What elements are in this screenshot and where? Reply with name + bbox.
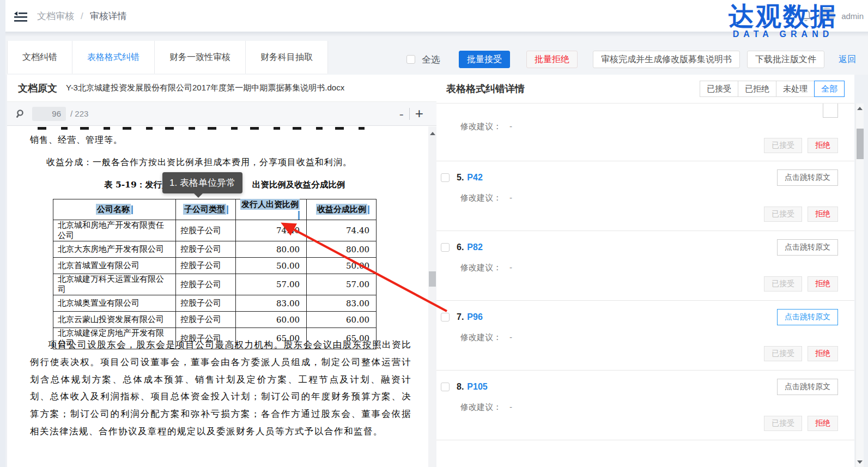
item-page-ref: P42 <box>467 173 482 183</box>
panel-scrollbar[interactable] <box>855 104 864 467</box>
document-page: 销售、经营、管理等。 收益分成：一般各合作方按出资比例承担成本费用，分享项目收益… <box>7 126 436 466</box>
table-header-row: 公司名称 子公司类型 发行人出资比例 收益分成比例 <box>53 199 377 220</box>
scroll-up-icon[interactable] <box>430 132 435 135</box>
suggestion-row: 修改建议：- <box>460 263 838 273</box>
filter-all[interactable]: 全部 <box>814 81 845 97</box>
filter-accepted[interactable]: 已接受 <box>700 81 738 97</box>
user-avatar[interactable] <box>818 8 835 24</box>
accepted-button[interactable]: 已接受 <box>764 138 802 153</box>
doc-paragraph: 销售、经营、管理等。 <box>30 135 123 146</box>
notification-bell-icon[interactable] <box>800 9 812 22</box>
review-list: 修改建议：- 已接受 拒绝 5. P42 点击跳转原文 修改建议：- 已接受 拒… <box>436 104 854 467</box>
list-item-partial <box>436 440 854 467</box>
suggestion-row: 修改建议：- <box>460 402 838 413</box>
item-checkbox[interactable] <box>441 173 450 182</box>
finish-generate-button[interactable]: 审核完成并生成修改版募集说明书 <box>593 51 740 68</box>
cursor-mark-icon <box>131 205 133 214</box>
cursor-mark-icon <box>298 211 300 220</box>
doc-scrollbar-thumb[interactable] <box>429 271 436 287</box>
doc-filename: Y-3北京城建投资发展股份有限公司2017年度第一期中期票据募集说明书.docx <box>66 83 344 93</box>
list-item-partial: 修改建议：- 已接受 拒绝 <box>436 111 854 161</box>
table-row: 北京首城置业有限公司控股子公司 50.0050.00 <box>53 258 377 274</box>
subsidiary-table: 公司名称 子公司类型 发行人出资比例 收益分成比例 北京城和房地产开发有限责任公… <box>53 199 377 349</box>
reject-button[interactable]: 拒绝 <box>808 207 838 222</box>
jump-to-source-button-active[interactable]: 点击跳转原文 <box>777 309 838 325</box>
jump-to-source-button[interactable]: 点击跳转原文 <box>777 239 838 256</box>
item-page-ref: P82 <box>467 242 482 252</box>
accepted-button[interactable]: 已接受 <box>764 276 802 292</box>
item-index: 5. <box>457 173 464 183</box>
clipped-text-line <box>38 127 365 130</box>
jump-to-source-button[interactable] <box>823 104 838 118</box>
panel-scrollbar-thumb[interactable] <box>857 129 864 159</box>
document-panel: 文档原文 Y-3北京城建投资发展股份有限公司2017年度第一期中期票据募集说明书… <box>7 75 436 467</box>
item-index: 8. <box>457 382 464 392</box>
suggestion-row: 修改建议：- <box>460 193 838 203</box>
list-item: 6. P82 点击跳转原文 修改建议：- 已接受 拒绝 <box>436 231 854 301</box>
filter-rejected[interactable]: 已拒绝 <box>738 81 776 97</box>
zoom-out-button[interactable]: - <box>394 106 409 122</box>
accepted-button[interactable]: 已接受 <box>764 416 802 431</box>
tab-document-correction[interactable]: 文档纠错 <box>7 41 72 74</box>
collapse-menu-icon[interactable] <box>12 9 28 23</box>
item-page-ref: P105 <box>467 382 487 392</box>
download-annotated-button[interactable]: 下载批注版文件 <box>747 51 824 68</box>
table-row: 北京大东房地产开发有限公司控股子公司 80.0080.00 <box>53 241 377 258</box>
back-button[interactable]: 返回 <box>831 51 864 68</box>
tab-financial-subject-extraction[interactable]: 财务科目抽取 <box>246 41 328 74</box>
doc-panel-title: 文档原文 <box>18 82 57 95</box>
select-all-checkbox[interactable] <box>406 55 415 64</box>
table-row: 北京城奥置业有限公司控股子公司 83.0083.00 <box>53 295 377 312</box>
jump-to-source-button[interactable]: 点击跳转原文 <box>777 379 838 395</box>
table-row: 北京云蒙山投资发展有限公司控股子公司 60.0060.00 <box>53 312 377 328</box>
item-index: 7. <box>457 312 464 322</box>
username[interactable]: admin <box>841 11 864 21</box>
breadcrumb-current: 审核详情 <box>90 11 127 21</box>
suggestion-row: 修改建议：- <box>460 332 838 343</box>
reject-button[interactable]: 拒绝 <box>808 346 838 361</box>
breadcrumb-root[interactable]: 文档审核 <box>37 11 74 21</box>
cursor-mark-icon <box>227 205 228 214</box>
breadcrumb: 文档审核/审核详情 <box>37 10 127 22</box>
reject-button[interactable]: 拒绝 <box>808 416 838 431</box>
select-all-label: 全选 <box>422 53 440 66</box>
header-shadow <box>5 32 868 37</box>
breadcrumb-separator: / <box>81 11 83 21</box>
page-number-input[interactable] <box>32 107 66 121</box>
list-item: 8. P105 点击跳转原文 修改建议：- 已接受 拒绝 <box>436 371 854 440</box>
magnifier-icon[interactable] <box>16 109 26 119</box>
reject-button[interactable]: 拒绝 <box>808 276 838 292</box>
item-checkbox[interactable] <box>441 243 450 252</box>
batch-accept-button[interactable]: 批量接受 <box>459 51 510 68</box>
tab-table-format-correction[interactable]: 表格格式纠错 <box>72 41 155 74</box>
item-index: 6. <box>457 242 464 252</box>
scroll-down-icon[interactable] <box>857 460 863 464</box>
accepted-button[interactable]: 已接受 <box>764 346 802 361</box>
item-page-ref: P96 <box>467 312 482 322</box>
list-item: 5. P42 点击跳转原文 修改建议：- 已接受 拒绝 <box>436 161 854 231</box>
review-panel: 表格格式纠错详情 已接受 已拒绝 未处理 全部 修改建议：- 已接受 拒绝 5.… <box>436 75 854 467</box>
list-item-highlighted: 7. P96 点击跳转原文 修改建议：- 已接受 拒绝 <box>436 301 854 371</box>
scroll-up-icon[interactable] <box>857 107 863 110</box>
doc-toolbar: / 223 - + <box>7 102 436 126</box>
page-total: / 223 <box>70 109 88 118</box>
item-checkbox[interactable] <box>441 313 450 322</box>
table-row: 北京城建万科天运置业有限公司控股子公司 57.0057.00 <box>53 274 377 295</box>
reject-button[interactable]: 拒绝 <box>808 138 838 153</box>
filter-unprocessed[interactable]: 未处理 <box>776 81 815 97</box>
review-panel-title: 表格格式纠错详情 <box>446 82 525 95</box>
left-edge-strip <box>0 0 5 467</box>
accepted-button[interactable]: 已接受 <box>764 207 802 222</box>
doc-paragraph: 收益分成：一般各合作方按出资比例承担成本费用，分享项目收益和利润。 <box>46 157 352 168</box>
item-checkbox[interactable] <box>441 383 450 391</box>
tab-financial-consistency[interactable]: 财务一致性审核 <box>155 41 246 74</box>
jump-to-source-button[interactable]: 点击跳转原文 <box>777 169 838 186</box>
status-filter-group: 已接受 已拒绝 未处理 全部 <box>700 81 845 97</box>
table-row: 北京城和房地产开发有限责任公司控股子公司 74.4074.40 <box>53 220 377 241</box>
top-header: 文档审核/审核详情 admin <box>5 0 868 32</box>
batch-reject-button[interactable]: 批量拒绝 <box>526 51 578 68</box>
table-anomaly-tooltip: 1. 表格单位异常 <box>162 172 242 193</box>
zoom-in-button[interactable]: + <box>410 105 429 122</box>
suggestion-row: 修改建议：- <box>460 111 838 132</box>
doc-scrollbar[interactable] <box>428 126 436 467</box>
